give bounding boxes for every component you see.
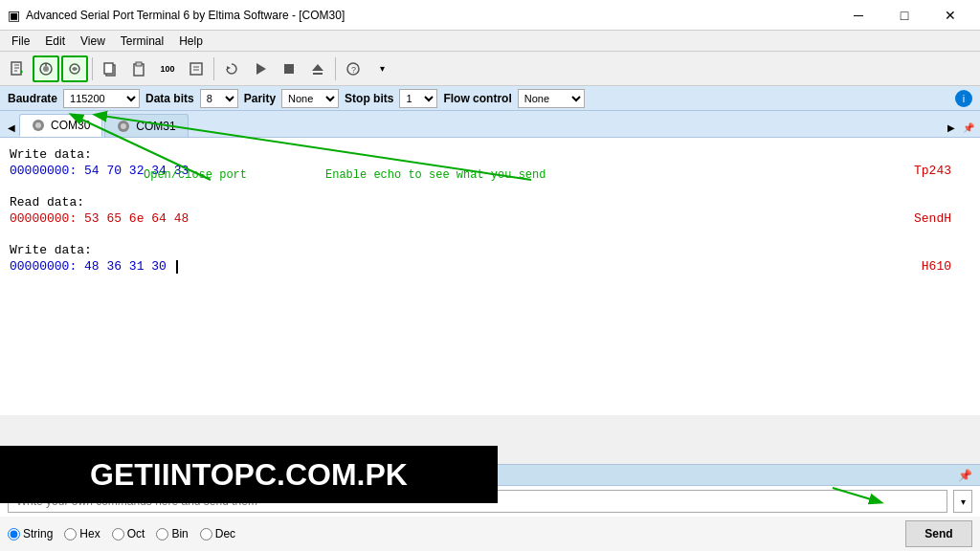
format-oct-radio[interactable] [112,528,124,540]
log-btn[interactable] [183,55,210,82]
read-data-label-1: Read data: [10,195,970,209]
menu-bar: File Edit View Terminal Help [0,31,980,52]
maximize-button[interactable]: □ [882,0,926,31]
menu-edit[interactable]: Edit [37,33,73,50]
ascii-data-1: Tp243 [914,164,951,178]
menu-file[interactable]: File [4,33,37,50]
svg-point-24 [35,122,41,128]
format-dec-radio[interactable] [200,528,212,540]
play-btn[interactable] [247,55,274,82]
spacer-2 [10,228,970,239]
format-bin-radio[interactable] [156,528,168,540]
title-bar-left: ▣ Advanced Serial Port Terminal 6 by Elt… [8,8,345,23]
tab-com31-label: COM31 [136,120,175,133]
title-bar-controls: ─ □ ✕ [836,0,972,31]
svg-rect-13 [190,63,202,75]
com31-tab-icon [117,120,130,133]
stopbits-select[interactable]: 1 [399,89,437,108]
svg-marker-4 [21,70,23,74]
baudrate-label: Baudrate [8,92,57,105]
terminal-content[interactable]: Write data: 00000000: 54 70 32 34 33 Tp2… [0,138,980,415]
send-button[interactable]: Send [905,520,972,547]
hex-addr-2: 00000000: [10,259,77,274]
format-string-label: String [23,527,53,540]
stopbits-label: Stop bits [345,92,393,105]
read-ascii-1: SendH [914,211,951,226]
baudrate-select[interactable]: 115200 [63,89,140,108]
text-cursor [176,260,178,274]
svg-point-26 [121,123,126,129]
paste-btn[interactable] [125,55,152,82]
toolbar-sep-1 [92,57,93,80]
format-hex-label: Hex [79,527,100,540]
hex-data-2: 48 36 31 30 [84,259,167,274]
new-btn[interactable] [4,55,31,82]
close-button[interactable]: ✕ [928,0,972,31]
menu-terminal[interactable]: Terminal [113,33,171,50]
send-option-oct[interactable]: Oct [112,527,145,540]
format-hex-radio[interactable] [64,528,77,540]
app-icon: ▣ [8,8,20,23]
svg-rect-10 [104,63,113,74]
tab-scroll-right[interactable]: ▶ [944,118,959,137]
terminal-row-1: 00000000: 54 70 32 34 33 Tp243 [10,164,970,178]
tab-pin-btn[interactable]: 📌 [961,118,976,137]
copy-btn[interactable] [97,55,123,82]
menu-help[interactable]: Help [171,33,211,50]
open-close-port-btn[interactable] [33,55,59,82]
config-bar: Baudrate 115200 Data bits 8 Parity None … [0,86,980,111]
tab-com30-label: COM30 [51,119,90,132]
info-button[interactable]: i [955,90,972,107]
svg-rect-12 [136,62,142,66]
help-btn[interactable]: ? [340,55,367,82]
tabs-container: ◀ COM30 COM31 ▶ 📌 [0,111,980,138]
watermark-text: GETIINTOPC.COM.PK [90,457,408,493]
tab-scroll-left[interactable]: ◀ [4,118,19,137]
read-hex-1: 53 65 6e 64 48 [84,211,189,226]
flowcontrol-select[interactable]: None [518,89,585,108]
send-option-bin[interactable]: Bin [156,527,188,540]
send-option-hex[interactable]: Hex [64,527,100,540]
send-pin-icon: 📌 [958,469,972,482]
write-data-label-2: Write data: [10,243,970,257]
ascii-data-2: H610 [922,259,951,274]
parity-select[interactable]: None [281,89,339,108]
flowcontrol-label: Flow control [443,92,511,105]
send-option-string[interactable]: String [8,527,53,540]
databits-select[interactable]: 8 [200,89,238,108]
menu-view[interactable]: View [73,33,113,50]
watermark: GETIINTOPC.COM.PK [0,446,498,503]
spacer-1 [10,180,970,191]
more-btn[interactable]: ▾ [368,55,395,82]
refresh-btn[interactable] [218,55,245,82]
terminal-row-2: 00000000: 53 65 6e 64 48 SendH [10,211,970,226]
format-oct-label: Oct [127,527,145,540]
echo-btn[interactable] [61,55,88,82]
num-btn[interactable]: 100 [154,55,181,82]
svg-marker-16 [227,66,231,70]
tab-com31[interactable]: COM31 [104,114,188,137]
toolbar-sep-3 [335,57,336,80]
write-data-label-1: Write data: [10,147,970,162]
window-title: Advanced Serial Port Terminal 6 by Eltim… [26,9,345,22]
title-bar: ▣ Advanced Serial Port Terminal 6 by Elt… [0,0,980,31]
hex-data-1: 54 70 32 34 33 [84,164,189,178]
tab-nav-right: ▶ 📌 [944,118,976,137]
send-input-dropdown[interactable]: ▾ [953,490,972,513]
eject-btn[interactable] [304,55,331,82]
com30-tab-icon [32,119,45,132]
format-string-radio[interactable] [8,528,20,540]
svg-marker-19 [312,64,323,71]
minimize-button[interactable]: ─ [836,0,880,31]
send-option-dec[interactable]: Dec [200,527,235,540]
svg-text:?: ? [351,65,356,75]
parity-label: Parity [244,92,276,105]
svg-marker-17 [256,63,266,75]
format-dec-label: Dec [215,527,235,540]
read-addr-1: 00000000: [10,211,77,226]
stop-btn[interactable] [276,55,302,82]
format-bin-label: Bin [171,527,188,540]
tab-com30[interactable]: COM30 [19,114,102,137]
send-options-row: String Hex Oct Bin Dec Send [0,517,980,551]
hex-addr-1: 00000000: [10,164,77,178]
